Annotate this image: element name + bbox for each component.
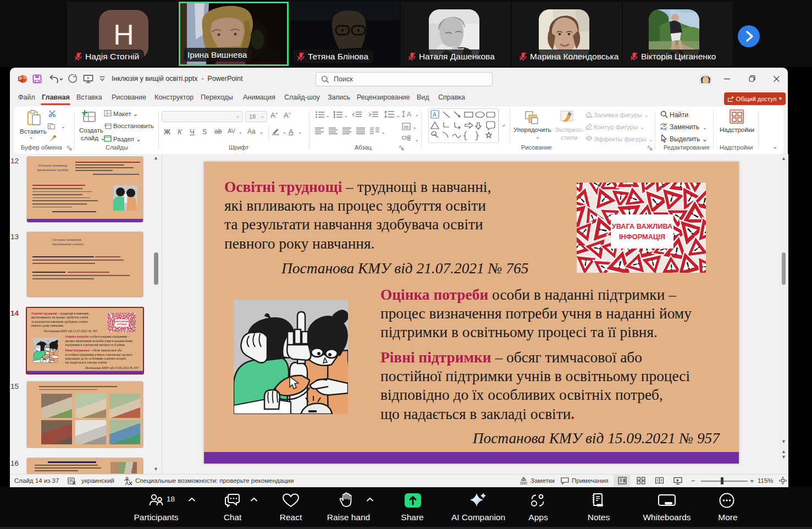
svg-text:!: ! (577, 183, 582, 185)
svg-text:ІНФОРМАЦІЯ: ІНФОРМАЦІЯ (117, 323, 127, 326)
svg-text:A: A (407, 111, 411, 118)
svg-text:!: ! (128, 330, 129, 332)
svg-text:!: ! (108, 312, 109, 313)
svg-text:A: A (433, 112, 437, 118)
svg-text:!: ! (700, 265, 706, 268)
svg-text:P: P (19, 76, 23, 81)
svg-text:УВАГА ВАЖЛИВА: УВАГА ВАЖЛИВА (612, 222, 673, 230)
svg-text:ІНФОРМАЦІЯ: ІНФОРМАЦІЯ (619, 233, 665, 241)
svg-text:c: c (665, 127, 667, 131)
svg-text:!: ! (134, 330, 136, 331)
svg-text:!: ! (670, 262, 673, 272)
